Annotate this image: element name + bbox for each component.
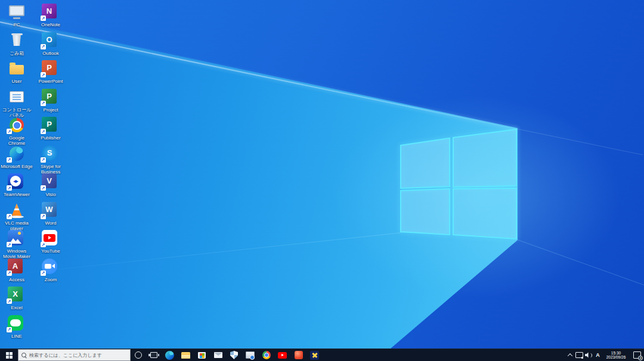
desktop-icon-word[interactable]: WWord [35, 202, 67, 226]
shortcut-arrow-icon [41, 101, 46, 106]
taskbar-app-x-button[interactable] [306, 349, 323, 361]
desktop-icon-label: YouTube [35, 248, 67, 254]
desktop-icon-chrome[interactable]: Google Chrome [1, 117, 33, 146]
shortcut-arrow-icon [7, 185, 12, 191]
start-button[interactable] [0, 349, 18, 361]
desktop-icon-label: Zoom [35, 277, 67, 282]
windows-desktop: PCごみ箱Userコントロール パネルGoogle ChromeMicrosof… [0, 0, 644, 361]
desktop-icon-outlook[interactable]: OOutlook [35, 32, 67, 56]
shortcut-arrow-icon [7, 298, 12, 304]
desktop-icon-label: Access [1, 277, 33, 282]
volume-icon[interactable] [584, 349, 593, 361]
cortana-icon [135, 351, 142, 359]
pc-icon [8, 4, 26, 20]
shortcut-arrow-icon [41, 185, 46, 191]
desktop-icon-label: Microsoft Edge [1, 164, 33, 169]
task-view-icon [150, 352, 157, 358]
control-panel-icon [8, 89, 26, 105]
search-icon [21, 353, 27, 358]
desktop-icon-line[interactable]: LINE [1, 315, 33, 339]
show-hidden-icons-button[interactable] [566, 349, 574, 361]
desktop-icon-vlc[interactable]: VLC media player [1, 202, 33, 231]
desktop-icon-label: Visio [35, 192, 67, 197]
ime-indicator[interactable]: A [593, 349, 602, 361]
desktop-icon-excel[interactable]: XExcel [1, 287, 33, 310]
desktop-icon-access[interactable]: AAccess [1, 259, 33, 282]
clock-date: 2023/09/26 [606, 355, 626, 359]
shortcut-arrow-icon [41, 44, 46, 49]
taskbar-chrome-button[interactable] [258, 349, 274, 361]
desktop-icon-recycle-bin[interactable]: ごみ箱 [1, 32, 33, 56]
cortana-button[interactable] [131, 349, 146, 361]
recycle-bin-icon [8, 32, 26, 49]
desktop-icon-label: Excel [1, 305, 33, 310]
desktop-icon-zoom[interactable]: Zoom [35, 259, 67, 282]
desktop-icon-project[interactable]: PProject [35, 89, 67, 113]
taskbar: A 15:30 2023/09/26 4 [0, 348, 644, 361]
shortcut-arrow-icon [7, 242, 12, 247]
desktop-icon-label: ごみ箱 [1, 51, 33, 56]
desktop-icon-label: OneNote [35, 22, 67, 27]
clock-time: 15:30 [611, 351, 621, 355]
shortcut-arrow-icon [7, 327, 12, 332]
taskbar-file-explorer-button[interactable] [178, 349, 194, 361]
desktop-icon-onenote[interactable]: NOneNote [35, 4, 67, 27]
task-view-button[interactable] [146, 349, 162, 361]
action-center-button[interactable]: 4 [630, 349, 644, 361]
desktop-icon-label: Publisher [35, 135, 67, 141]
desktop-icon-movie-maker[interactable]: Windows Movie Maker [1, 230, 33, 259]
shortcut-arrow-icon [41, 157, 46, 163]
windows-logo [0, 0, 644, 348]
notification-badge: 4 [638, 356, 643, 360]
taskbar-youtube-button[interactable] [274, 349, 290, 361]
desktop-icon-label: Outlook [35, 51, 67, 56]
shortcut-arrow-icon [41, 242, 46, 247]
search-input[interactable] [29, 353, 127, 358]
shortcut-arrow-icon [7, 270, 12, 276]
desktop-icon-label: Project [35, 107, 67, 113]
desktop-icon-visio[interactable]: VVisio [35, 173, 67, 197]
shortcut-arrow-icon [41, 72, 46, 77]
desktop-icon-label: Word [35, 220, 67, 226]
taskbar-store-button[interactable] [194, 349, 210, 361]
desktop-icon-publisher[interactable]: PPublisher [35, 117, 67, 141]
shortcut-arrow-icon [41, 214, 46, 219]
desktop-icon-pc[interactable]: PC [1, 4, 33, 27]
taskbar-search-box[interactable] [18, 349, 131, 361]
taskbar-clock[interactable]: 15:30 2023/09/26 [602, 349, 630, 361]
desktop-icon-powerpoint[interactable]: PPowerPoint [35, 60, 67, 84]
shortcut-arrow-icon [7, 214, 12, 219]
mail-icon [213, 350, 223, 360]
defender-icon [229, 350, 239, 360]
taskbar-edge-button[interactable] [162, 349, 178, 361]
user-folder-icon [8, 60, 26, 77]
shortcut-arrow-icon [7, 129, 12, 134]
system-tray: A 15:30 2023/09/26 4 [566, 349, 644, 361]
app-x-icon [310, 351, 319, 360]
store-icon [197, 350, 207, 360]
file-explorer-icon [181, 350, 191, 360]
edge-icon [165, 350, 175, 360]
desktop-icon-label: PowerPoint [35, 79, 67, 84]
taskbar-mail-button[interactable] [210, 349, 226, 361]
shortcut-arrow-icon [41, 129, 46, 134]
windows-start-icon [6, 352, 13, 359]
desktop-icon-teamviewer[interactable]: TeamViewer [1, 173, 33, 197]
office-icon [293, 350, 304, 360]
desktop-icon-skype[interactable]: SSkype for Business [35, 145, 67, 175]
desktop-icon-youtube[interactable]: YouTube [35, 230, 67, 254]
desktop-icon-user-folder[interactable]: User [1, 60, 33, 84]
desktop-icon-edge[interactable]: Microsoft Edge [1, 145, 33, 169]
shortcut-arrow-icon [7, 157, 12, 163]
desktop-icon-label: TeamViewer [1, 192, 33, 197]
wallpaper: PCごみ箱Userコントロール パネルGoogle ChromeMicrosof… [0, 0, 644, 348]
taskbar-defender-button[interactable] [226, 349, 242, 361]
pc-gray-icon [245, 350, 255, 360]
taskbar-office-button[interactable] [290, 349, 306, 361]
taskbar-pc-gray-button[interactable] [242, 349, 258, 361]
desktop-icon-control-panel[interactable]: コントロール パネル [1, 89, 33, 118]
desktop-icon-label: PC [1, 22, 33, 27]
pinned-apps [162, 349, 323, 361]
network-icon[interactable] [574, 349, 584, 361]
desktop-icon-label: LINE [1, 334, 33, 339]
